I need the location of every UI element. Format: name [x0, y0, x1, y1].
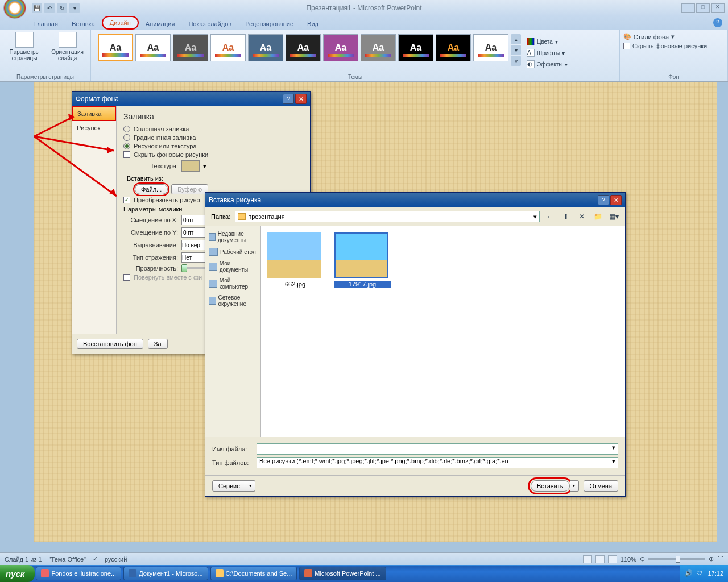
zoom-level[interactable]: 110%: [621, 556, 636, 563]
minimize-button[interactable]: —: [681, 3, 695, 13]
qat-dropdown-icon[interactable]: ▾: [69, 3, 80, 13]
cancel-button[interactable]: Отмена: [584, 480, 618, 492]
offset-x-input[interactable]: [181, 215, 205, 225]
tab-view[interactable]: Вид: [300, 18, 325, 30]
status-language[interactable]: русский: [105, 556, 127, 563]
taskbar-item[interactable]: C:\Documents and Se...: [210, 567, 297, 580]
theme-thumbnail[interactable]: Aa: [398, 34, 433, 61]
taskbar-item[interactable]: Fondos e ilustracione...: [36, 567, 121, 580]
taskbar-item-active[interactable]: Microsoft PowerPoint ...: [299, 567, 386, 580]
taskbar-item[interactable]: Документ1 - Microso...: [123, 567, 208, 580]
redo-icon[interactable]: ↻: [57, 3, 67, 13]
orientation-icon: [59, 32, 77, 48]
file-button[interactable]: Файл...: [135, 184, 168, 194]
theme-thumbnail[interactable]: Aa: [436, 34, 471, 61]
radio-gradient[interactable]: Градиентная заливка: [123, 134, 303, 141]
themes-more[interactable]: ▿: [511, 56, 521, 66]
page-setup-button[interactable]: Параметры страницы: [5, 32, 44, 61]
place-documents[interactable]: Мои документы: [208, 258, 258, 275]
delete-icon[interactable]: ✕: [576, 211, 588, 222]
tab-review[interactable]: Рецензирование: [238, 18, 300, 30]
slideshow-view-icon[interactable]: [608, 555, 617, 563]
quick-access-toolbar: 💾 ↶ ↻ ▾: [32, 3, 80, 13]
tray-icon[interactable]: 🔊: [685, 569, 693, 577]
normal-view-icon[interactable]: [583, 555, 592, 563]
apply-button[interactable]: За: [148, 339, 168, 349]
insert-close-button[interactable]: ✕: [610, 195, 622, 205]
computer-icon: [209, 280, 217, 288]
clock[interactable]: 17:12: [708, 570, 723, 577]
insert-dialog-titlebar[interactable]: Вставка рисунка ? ✕: [205, 193, 625, 207]
themes-scroll-up[interactable]: ▴: [511, 34, 521, 44]
theme-thumbnail[interactable]: Aa: [473, 34, 508, 61]
texture-picker[interactable]: [181, 160, 200, 172]
window-title: Презентация1 - Microsoft PowerPoint: [306, 4, 421, 12]
dialog-close-button[interactable]: ✕: [295, 94, 307, 104]
insert-help-button[interactable]: ?: [598, 195, 609, 205]
theme-thumbnail[interactable]: Aa: [361, 34, 396, 61]
back-icon[interactable]: ←: [544, 211, 556, 222]
tab-home[interactable]: Главная: [27, 18, 65, 30]
theme-fonts[interactable]: AШрифты ▾: [526, 48, 572, 58]
help-icon[interactable]: ?: [713, 18, 722, 27]
system-tray[interactable]: 🔊 🛡 17:12: [680, 565, 728, 582]
theme-colors[interactable]: Цвета ▾: [526, 36, 572, 47]
bg-styles-button[interactable]: 🎨 Стили фона ▾: [623, 33, 724, 40]
insert-button[interactable]: Вставить▾: [531, 480, 579, 492]
folder-select[interactable]: презентация ▾: [235, 211, 540, 222]
tab-design[interactable]: Дизайн: [102, 16, 139, 30]
place-recent[interactable]: Недавние документы: [208, 228, 258, 246]
sidebar-fill[interactable]: Заливка: [72, 106, 116, 121]
undo-icon[interactable]: ↶: [44, 3, 55, 13]
check-hide-bg[interactable]: Скрыть фоновые рисунки: [123, 151, 303, 158]
firefox-icon: [41, 569, 49, 577]
themes-scroll-down[interactable]: ▾: [511, 45, 521, 55]
views-icon[interactable]: ▦▾: [608, 211, 619, 222]
sidebar-picture[interactable]: Рисунок: [72, 121, 116, 135]
zoom-out-icon[interactable]: ⊖: [640, 555, 645, 563]
maximize-button[interactable]: □: [696, 3, 710, 13]
theme-thumbnail[interactable]: Aa: [210, 34, 246, 61]
reset-bg-button[interactable]: Восстановить фон: [77, 339, 143, 349]
theme-thumbnail[interactable]: Aa: [98, 34, 133, 61]
theme-effects[interactable]: ◐Эффекты ▾: [526, 59, 572, 69]
filename-input[interactable]: ▾: [257, 443, 618, 455]
zoom-slider[interactable]: [648, 558, 705, 560]
up-icon[interactable]: ⬆: [560, 211, 572, 222]
tab-slideshow[interactable]: Показ слайдов: [181, 18, 238, 30]
radio-picture-texture[interactable]: Рисунок или текстура: [123, 143, 303, 149]
place-network[interactable]: Сетевое окружение: [208, 292, 258, 309]
dialog-titlebar[interactable]: Формат фона ? ✕: [72, 92, 310, 106]
tab-insert[interactable]: Вставка: [65, 18, 102, 30]
theme-thumbnail[interactable]: Aa: [323, 34, 358, 61]
radio-solid[interactable]: Сплошная заливка: [123, 126, 303, 132]
theme-thumbnail[interactable]: Aa: [286, 34, 321, 61]
slide-orientation-button[interactable]: Ориентация слайда: [49, 32, 86, 61]
place-computer[interactable]: Мой компьютер: [208, 275, 258, 292]
offset-y-input[interactable]: [181, 227, 205, 238]
tray-icon[interactable]: 🛡: [696, 569, 704, 577]
theme-thumbnail[interactable]: Aa: [135, 34, 171, 61]
spellcheck-icon[interactable]: ✓: [93, 555, 98, 563]
file-item[interactable]: 662.jpg: [267, 232, 324, 288]
theme-thumbnail[interactable]: Aa: [248, 34, 283, 61]
zoom-in-icon[interactable]: ⊕: [709, 555, 714, 563]
start-button[interactable]: пуск: [0, 565, 35, 582]
filetype-select[interactable]: Все рисунки (*.emf;*.wmf;*.jpg;*.jpeg;*.…: [257, 457, 618, 468]
sorter-view-icon[interactable]: [595, 555, 605, 563]
service-button[interactable]: Сервис▾: [212, 480, 255, 492]
ribbon-tabs: Главная Вставка Дизайн Анимация Показ сл…: [0, 16, 728, 30]
new-folder-icon[interactable]: 📁: [592, 211, 603, 222]
tab-animation[interactable]: Анимация: [139, 18, 182, 30]
file-item-selected[interactable]: 17917.jpg: [334, 232, 391, 288]
save-icon[interactable]: 💾: [32, 3, 42, 13]
folder-icon: [216, 569, 224, 577]
theme-thumbnail[interactable]: Aa: [173, 34, 208, 61]
fit-window-icon[interactable]: ⛶: [717, 556, 723, 563]
dialog-help-button[interactable]: ?: [283, 94, 294, 104]
place-desktop[interactable]: Рабочий стол: [208, 246, 258, 258]
hide-bg-checkbox[interactable]: Скрыть фоновые рисунки: [623, 43, 724, 49]
close-button[interactable]: ✕: [711, 3, 725, 13]
ribbon: Параметры страницы Ориентация слайда Пар…: [0, 30, 728, 82]
dialog-sidebar: Заливка Рисунок: [72, 106, 117, 334]
